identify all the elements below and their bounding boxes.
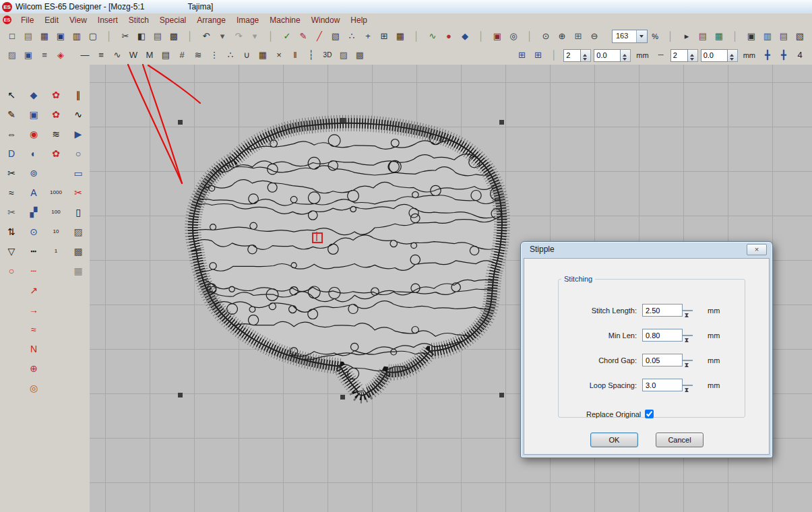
select-tool-icon[interactable]: ↖: [1, 85, 23, 104]
rectangle-tool-icon[interactable]: ▭: [67, 163, 90, 183]
stipple-border-icon[interactable]: ◈: [53, 48, 68, 63]
lettering-tool-icon[interactable]: A: [23, 183, 45, 202]
library-icon[interactable]: ▥: [760, 29, 775, 44]
redo-icon[interactable]: ↷: [231, 29, 246, 44]
menu-edit[interactable]: Edit: [39, 15, 64, 25]
ring-tool-icon[interactable]: ⊚: [23, 163, 45, 183]
parallel-weave-icon[interactable]: ∥: [67, 85, 90, 104]
fusion-fill-icon[interactable]: ▞: [23, 202, 45, 222]
toolbox-spacer[interactable]: [1, 378, 23, 397]
stipple-run-icon[interactable]: ≡: [37, 48, 52, 63]
toolbar-separator[interactable]: │: [546, 48, 561, 63]
selection-handle-top-left[interactable]: [178, 120, 183, 125]
toolbar-separator[interactable]: │: [263, 29, 278, 44]
toolbar-separator[interactable]: │: [183, 29, 197, 44]
menu-machine[interactable]: Machine: [264, 15, 305, 25]
hoop-count-label[interactable]: 4: [792, 48, 807, 63]
color-blue-icon[interactable]: ◆: [458, 29, 472, 44]
grid-snap-icon[interactable]: ⊞: [530, 48, 545, 63]
toolbox-spacer[interactable]: [67, 319, 90, 339]
play-tool-icon[interactable]: ▶: [67, 124, 90, 143]
toolbox-spacer[interactable]: [45, 163, 67, 183]
curve-green-icon[interactable]: ∿: [425, 29, 440, 44]
zoom-dropdown-icon[interactable]: [636, 30, 647, 42]
grid-spacing1-input[interactable]: [594, 49, 621, 62]
hash-fill-icon[interactable]: #: [175, 48, 189, 63]
toolbox-spacer[interactable]: [45, 280, 67, 300]
curve-tool-icon[interactable]: ∿: [67, 104, 90, 124]
partial-icon[interactable]: ▧: [792, 29, 807, 44]
toolbox-spacer[interactable]: [67, 378, 90, 397]
toolbox-spacer[interactable]: [1, 319, 23, 339]
zigzag-tool-icon[interactable]: ≈: [1, 183, 23, 202]
menu-arrange[interactable]: Arrange: [191, 15, 231, 25]
toolbox-spacer[interactable]: [67, 280, 90, 300]
measure-tool-icon[interactable]: ⇔: [1, 124, 23, 143]
digitize-block-icon[interactable]: ▣: [23, 104, 45, 124]
grid-settings-icon[interactable]: ⊞: [514, 48, 529, 63]
stemstitch-icon[interactable]: ⊕: [23, 358, 45, 378]
satin-w-icon[interactable]: W: [126, 48, 141, 63]
stipple-dots-icon[interactable]: ∴: [344, 29, 359, 44]
density-1-icon[interactable]: 1: [45, 241, 67, 261]
column-tool-icon[interactable]: ▯: [67, 202, 90, 222]
spinner[interactable]: [683, 335, 693, 336]
knife-tool-icon[interactable]: ✂: [1, 163, 23, 183]
texture-a-icon[interactable]: ▨: [336, 48, 351, 63]
gradient-fill-icon[interactable]: ▨: [5, 48, 20, 63]
table-icon[interactable]: ▦: [393, 29, 408, 44]
applique-tool-icon[interactable]: ◐: [23, 143, 45, 163]
toolbox-spacer[interactable]: [45, 378, 67, 397]
toolbar-separator[interactable]: │: [102, 29, 117, 44]
title-bar[interactable]: ES Wilcom ES-65 Designer - [Mozg-5:1 Taj…: [0, 0, 812, 14]
toolbox-spacer[interactable]: [1, 300, 23, 319]
menu-window[interactable]: Window: [306, 15, 346, 25]
move-hoop-icon[interactable]: ╋: [776, 48, 791, 63]
redo-dropdown-icon[interactable]: ▾: [247, 29, 262, 44]
selection-handle-bottom-left[interactable]: [178, 393, 183, 397]
toolbar-separator[interactable]: │: [522, 29, 537, 44]
print-icon[interactable]: ▥: [69, 29, 84, 44]
print-preview-icon[interactable]: ▢: [86, 29, 100, 44]
overview-icon[interactable]: ▣: [744, 29, 759, 44]
spinner[interactable]: [683, 385, 693, 386]
density-1000-icon[interactable]: 1000: [45, 183, 67, 202]
menu-image[interactable]: Image: [231, 15, 264, 25]
menu-stitch[interactable]: Stitch: [123, 15, 154, 25]
cancel-button[interactable]: Cancel: [656, 433, 704, 447]
menu-insert[interactable]: Insert: [92, 15, 123, 25]
triple-run-icon[interactable]: ≡: [94, 48, 108, 63]
menu-help[interactable]: Help: [345, 15, 373, 25]
play-stitch-icon[interactable]: ▸: [679, 29, 694, 44]
dot-fill-icon[interactable]: ⋮: [207, 48, 222, 63]
copy-icon[interactable]: ◧: [134, 29, 149, 44]
ring-red-icon[interactable]: ○: [1, 261, 23, 280]
zoom-value[interactable]: 163: [613, 30, 636, 42]
wave-fill-icon[interactable]: ≋: [191, 48, 206, 63]
motif-tool-icon[interactable]: ✿: [45, 85, 67, 104]
hoop-center-icon[interactable]: ◉: [23, 124, 45, 143]
toolbox-spacer[interactable]: [45, 358, 67, 378]
save-icon[interactable]: ▦: [37, 29, 52, 44]
freehand-draw-icon[interactable]: ✎: [1, 104, 23, 124]
toolbox-spacer[interactable]: [45, 339, 67, 358]
new-icon[interactable]: □: [5, 29, 20, 44]
toolbox-spacer[interactable]: [1, 280, 23, 300]
toolbox-spacer[interactable]: [67, 300, 90, 319]
toolbar-separator[interactable]: │: [409, 29, 424, 44]
toolbar-separator[interactable]: │: [728, 29, 743, 44]
toolbox-spacer[interactable]: [45, 319, 67, 339]
min-len-input[interactable]: [642, 329, 683, 342]
loop-spacing-input[interactable]: [642, 379, 683, 391]
open-icon[interactable]: ▤: [21, 29, 36, 44]
candlewick-icon[interactable]: ◎: [23, 378, 45, 397]
stitch-edit-icon[interactable]: ✎: [296, 29, 311, 44]
pattern-fill-icon[interactable]: ▩: [67, 241, 90, 261]
stem-stitch-icon[interactable]: ‖: [288, 48, 303, 63]
backstitch-icon[interactable]: N: [23, 339, 45, 358]
cut-icon[interactable]: ✂: [118, 29, 133, 44]
contour-icon[interactable]: ∪: [239, 48, 254, 63]
stitch-length-input[interactable]: [642, 304, 683, 317]
dialog-close-button[interactable]: ×: [747, 244, 767, 255]
grid-spacing2-input[interactable]: [701, 49, 728, 62]
